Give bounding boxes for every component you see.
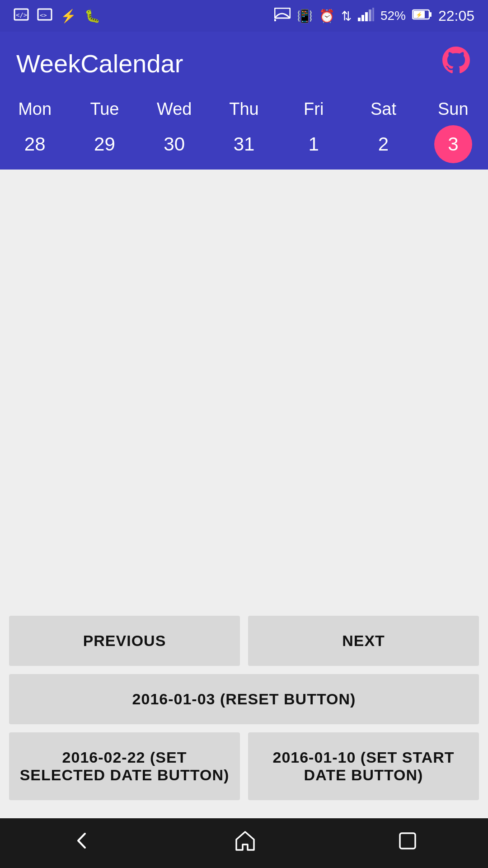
app-bar: WeekCalendar <box>0 32 488 95</box>
day-col-sun[interactable]: Sun 3 <box>418 99 488 170</box>
status-icons-right: 📳 ⏰ ⇅ 52% ⚡ 22:05 <box>274 8 474 24</box>
day-number-1: 1 <box>295 125 333 163</box>
day-number-29: 29 <box>85 125 123 163</box>
reset-button[interactable]: 2016-01-03 (RESET BUTTON) <box>9 674 479 724</box>
date-set-row: 2016-02-22 (SET SELECTED DATE BUTTON) 20… <box>9 732 479 800</box>
previous-button[interactable]: PREVIOUS <box>9 616 240 666</box>
battery-icon: ⚡ <box>412 9 432 24</box>
day-name-fri: Fri <box>304 99 324 125</box>
day-col-fri[interactable]: Fri 1 <box>279 99 348 170</box>
day-name-sun: Sun <box>438 99 469 125</box>
svg-rect-15 <box>400 833 415 849</box>
cast-icon <box>274 8 291 24</box>
status-bar: </> <> ⚡ 🐛 📳 ⏰ ⇅ <box>0 0 488 32</box>
day-col-sat[interactable]: Sat 2 <box>348 99 418 170</box>
usb-icon: ⚡ <box>61 9 76 24</box>
alarm-icon: ⏰ <box>319 9 335 24</box>
svg-rect-8 <box>365 12 368 21</box>
app-title: WeekCalendar <box>16 49 183 78</box>
prev-next-row: PREVIOUS NEXT <box>9 616 479 666</box>
svg-point-5 <box>274 19 276 21</box>
day-col-mon[interactable]: Mon 28 <box>0 99 70 170</box>
day-number-30: 30 <box>155 125 193 163</box>
reset-row: 2016-01-03 (RESET BUTTON) <box>9 674 479 724</box>
status-time: 22:05 <box>438 8 474 24</box>
day-number-28: 28 <box>16 125 54 163</box>
set-selected-date-button[interactable]: 2016-02-22 (SET SELECTED DATE BUTTON) <box>9 732 240 800</box>
day-number-3: 3 <box>434 125 472 163</box>
code-icon: <> <box>37 8 52 24</box>
code-bracket-icon: </> <box>14 8 29 24</box>
back-button[interactable] <box>69 828 94 858</box>
bug-icon: 🐛 <box>84 9 100 24</box>
svg-rect-12 <box>429 12 432 17</box>
set-start-date-button[interactable]: 2016-01-10 (SET START DATE BUTTON) <box>248 732 479 800</box>
recents-button[interactable] <box>396 830 419 857</box>
day-number-31: 31 <box>225 125 263 163</box>
home-button[interactable] <box>233 828 258 858</box>
day-number-2: 2 <box>365 125 403 163</box>
day-name-mon: Mon <box>18 99 52 125</box>
signal-icon <box>358 8 374 24</box>
day-name-thu: Thu <box>229 99 258 125</box>
vibrate-icon: 📳 <box>297 9 313 24</box>
main-content: PREVIOUS NEXT 2016-01-03 (RESET BUTTON) … <box>0 170 488 818</box>
day-col-tue[interactable]: Tue 29 <box>70 99 139 170</box>
github-icon[interactable] <box>440 44 472 82</box>
day-col-thu[interactable]: Thu 31 <box>209 99 279 170</box>
svg-text:<>: <> <box>40 12 47 19</box>
svg-rect-10 <box>372 8 374 21</box>
battery-percentage: 52% <box>380 9 406 23</box>
status-icons-left: </> <> ⚡ 🐛 <box>14 8 100 24</box>
sync-icon: ⇅ <box>341 9 352 24</box>
day-name-wed: Wed <box>157 99 192 125</box>
svg-rect-9 <box>369 9 371 21</box>
day-name-sat: Sat <box>371 99 396 125</box>
svg-rect-6 <box>358 18 361 21</box>
calendar-header: Mon 28 Tue 29 Wed 30 Thu 31 Fri 1 Sat 2 … <box>0 95 488 170</box>
nav-bar <box>0 818 488 868</box>
svg-text:⚡: ⚡ <box>416 11 422 18</box>
buttons-area: PREVIOUS NEXT 2016-01-03 (RESET BUTTON) … <box>0 611 488 805</box>
day-name-tue: Tue <box>90 99 119 125</box>
svg-text:</>: </> <box>16 11 27 19</box>
next-button[interactable]: NEXT <box>248 616 479 666</box>
day-col-wed[interactable]: Wed 30 <box>140 99 209 170</box>
svg-rect-7 <box>361 15 364 21</box>
